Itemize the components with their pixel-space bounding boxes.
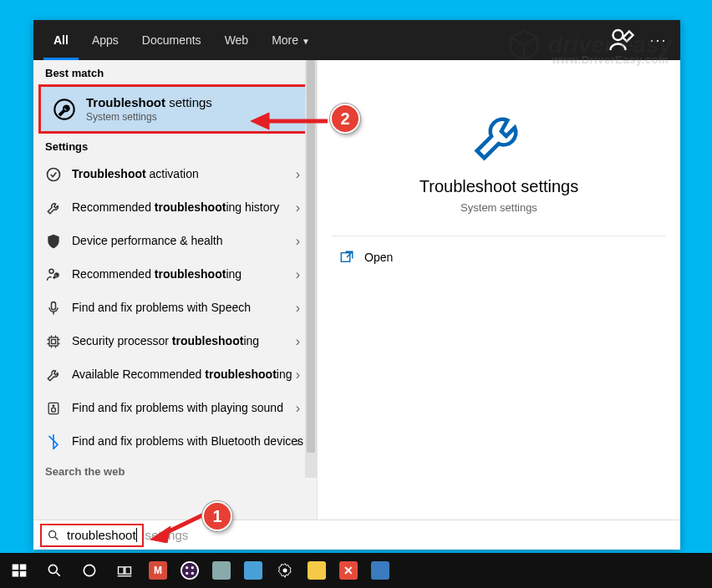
settings-item-label: Available Recommended troubleshooting bbox=[72, 368, 305, 383]
person-wrench-icon bbox=[45, 266, 62, 283]
cortana-icon[interactable] bbox=[75, 556, 104, 585]
settings-item-8[interactable]: Find and fix problems with Bluetooth dev… bbox=[33, 425, 317, 459]
settings-item-label: Security processor troubleshooting bbox=[72, 334, 305, 349]
svg-point-2 bbox=[48, 169, 60, 181]
speaker-icon bbox=[45, 400, 62, 417]
task-view-icon[interactable] bbox=[110, 556, 139, 585]
settings-item-3[interactable]: Recommended troubleshooting› bbox=[33, 258, 317, 291]
svg-point-29 bbox=[191, 572, 194, 575]
annotation-badge-1: 1 bbox=[202, 501, 232, 531]
section-search-web: Search the web bbox=[33, 459, 317, 483]
more-icon[interactable]: ··· bbox=[643, 25, 674, 55]
preview-title: Troubleshoot settings bbox=[420, 177, 578, 196]
taskbar-app-generic1[interactable] bbox=[209, 556, 234, 585]
taskbar-app-control[interactable] bbox=[368, 556, 393, 585]
open-action[interactable]: Open bbox=[318, 236, 680, 278]
settings-item-label: Device performance & health bbox=[72, 234, 305, 249]
svg-point-21 bbox=[84, 565, 94, 575]
shield-icon bbox=[45, 233, 62, 250]
svg-point-11 bbox=[49, 530, 56, 537]
svg-point-0 bbox=[613, 30, 623, 40]
svg-marker-13 bbox=[251, 113, 269, 129]
taskbar-app-gmail[interactable]: M bbox=[145, 556, 170, 585]
annotation-badge-2: 2 bbox=[330, 104, 360, 134]
settings-item-6[interactable]: Available Recommended troubleshooting› bbox=[33, 358, 317, 392]
svg-point-27 bbox=[191, 566, 194, 569]
tab-all[interactable]: All bbox=[43, 20, 79, 60]
svg-rect-17 bbox=[20, 565, 27, 570]
preview-pane: Troubleshoot settings System settings Op… bbox=[318, 60, 680, 520]
taskbar-app-settings[interactable] bbox=[272, 556, 298, 585]
annotation-arrow-2 bbox=[251, 110, 331, 132]
tab-more[interactable]: More▼ bbox=[262, 20, 320, 60]
mic-icon bbox=[45, 300, 62, 317]
settings-item-7[interactable]: Find and fix problems with playing sound… bbox=[33, 392, 317, 425]
svg-rect-18 bbox=[13, 571, 19, 577]
settings-item-4[interactable]: Find and fix problems with Speech› bbox=[33, 291, 317, 325]
svg-rect-16 bbox=[13, 565, 19, 570]
svg-point-9 bbox=[53, 405, 54, 407]
svg-rect-4 bbox=[52, 302, 56, 310]
settings-item-0[interactable]: Troubleshoot activation› bbox=[33, 158, 317, 191]
chevron-right-icon: › bbox=[296, 234, 300, 249]
svg-rect-19 bbox=[20, 571, 27, 577]
chip-icon bbox=[45, 333, 62, 350]
chevron-down-icon: ▼ bbox=[302, 37, 310, 46]
svg-point-3 bbox=[49, 269, 53, 273]
search-results-panel: All Apps Documents Web More▼ ··· driver … bbox=[33, 20, 680, 550]
best-match-title: Troubleshoot settings bbox=[86, 95, 212, 109]
svg-marker-15 bbox=[150, 526, 170, 543]
feedback-icon[interactable] bbox=[607, 25, 637, 55]
chevron-right-icon: › bbox=[296, 167, 300, 182]
svg-point-25 bbox=[182, 563, 197, 578]
section-best-match: Best match bbox=[33, 60, 317, 84]
taskbar-app-slack[interactable] bbox=[177, 556, 202, 585]
taskbar-search-icon[interactable] bbox=[40, 556, 69, 585]
tab-documents[interactable]: Documents bbox=[132, 20, 211, 60]
search-icon bbox=[47, 529, 60, 542]
chevron-right-icon: › bbox=[296, 200, 300, 215]
settings-item-label: Recommended troubleshooting bbox=[72, 267, 305, 282]
search-filter-tabs: All Apps Documents Web More▼ ··· driver … bbox=[33, 20, 680, 60]
svg-point-26 bbox=[186, 566, 188, 569]
open-icon bbox=[339, 250, 354, 265]
svg-rect-23 bbox=[125, 567, 131, 574]
search-input[interactable]: troubleshoot bbox=[40, 524, 144, 547]
settings-item-label: Recommended troubleshooting history bbox=[72, 200, 305, 215]
taskbar-app-explorer[interactable] bbox=[304, 556, 329, 585]
wrench-icon bbox=[53, 98, 76, 121]
wrench-icon bbox=[45, 200, 62, 216]
best-match-subtitle: System settings bbox=[86, 111, 212, 123]
taskbar-app-close[interactable]: ✕ bbox=[336, 556, 361, 585]
settings-item-2[interactable]: Device performance & health› bbox=[33, 225, 317, 258]
chevron-right-icon: › bbox=[296, 267, 300, 282]
search-bar: troubleshoot settings bbox=[33, 520, 680, 550]
taskbar-app-notes[interactable] bbox=[241, 556, 266, 585]
settings-item-label: Find and fix problems with playing sound bbox=[72, 401, 305, 416]
chevron-right-icon: › bbox=[296, 334, 300, 349]
check-circle-icon bbox=[45, 166, 62, 183]
tab-web[interactable]: Web bbox=[215, 20, 259, 60]
svg-rect-6 bbox=[52, 340, 56, 344]
svg-rect-10 bbox=[341, 253, 350, 262]
settings-item-5[interactable]: Security processor troubleshooting› bbox=[33, 325, 317, 358]
open-label: Open bbox=[364, 251, 393, 264]
chevron-right-icon: › bbox=[296, 401, 300, 416]
section-settings: Settings bbox=[33, 134, 317, 158]
settings-item-1[interactable]: Recommended troubleshooting history› bbox=[33, 191, 317, 225]
preview-subtitle: System settings bbox=[460, 201, 537, 214]
settings-item-label: Find and fix problems with Bluetooth dev… bbox=[72, 434, 305, 449]
taskbar: M ✕ bbox=[0, 553, 712, 588]
start-button[interactable] bbox=[5, 556, 33, 585]
wrench-icon bbox=[45, 367, 62, 383]
settings-item-label: Troubleshoot activation bbox=[72, 167, 305, 182]
bluetooth-icon bbox=[45, 433, 62, 450]
svg-rect-22 bbox=[119, 567, 125, 574]
svg-point-20 bbox=[48, 565, 57, 573]
svg-point-28 bbox=[186, 572, 188, 575]
annotation-arrow-1 bbox=[149, 509, 207, 543]
tab-apps[interactable]: Apps bbox=[82, 20, 129, 60]
svg-rect-5 bbox=[49, 337, 58, 346]
chevron-right-icon: › bbox=[296, 301, 300, 316]
chevron-right-icon: › bbox=[296, 434, 300, 449]
